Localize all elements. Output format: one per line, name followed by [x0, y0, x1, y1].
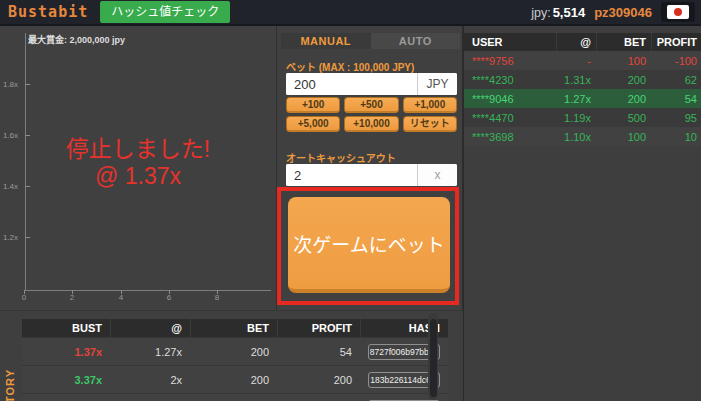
flag-field: [667, 5, 689, 19]
history-tab-label: HISTORY: [4, 369, 16, 401]
history-profit-cell: 54: [277, 338, 360, 365]
game-chart: 最大賞金: 2,000,000 jpy 1.8x1.6x1.4x1.2x0246…: [0, 26, 276, 310]
players-header-cell: USER: [464, 33, 556, 51]
topbar-right: jpy:5,514 pz309046: [531, 2, 695, 22]
chart-x-axis: [25, 290, 271, 291]
player-row: ****42301.31x20062: [464, 70, 701, 89]
players-table-header: USER@BETPROFIT: [464, 33, 701, 51]
player-row: ****36981.10x10010: [464, 127, 701, 146]
history-row: 3.37x2x200200183b226114dc6df: [22, 365, 448, 393]
player-cell: 500: [596, 108, 651, 127]
y-tick-text: 1.8x: [3, 80, 18, 89]
bet-mode-tabs: MANUALAUTO: [281, 33, 460, 49]
history-header-cell: @: [110, 319, 190, 337]
flag-sun: [674, 8, 682, 16]
bet-unit-addon: JPY: [417, 73, 457, 95]
history-table-body: 1.37x1.27x200548727f006b97bb823.37x2x200…: [22, 337, 448, 401]
tab-manual[interactable]: MANUAL: [281, 33, 371, 49]
autocashout-group: x: [286, 164, 457, 186]
history-profit-cell: 200: [277, 366, 360, 393]
history-tab[interactable]: HISTORY: [0, 311, 22, 401]
player-cell: 100: [596, 51, 651, 70]
bust-value: 1.37x: [74, 346, 102, 358]
bet-amount-label: ベット (MAX : 100,000 JPY): [286, 59, 414, 74]
history-bet-cell: 200: [190, 366, 277, 393]
autocashout-input[interactable]: [286, 164, 417, 186]
history-bust-cell: 3.37x: [22, 366, 110, 393]
player-cell: ****4230: [464, 70, 556, 89]
history-bust-cell: 1.37x: [22, 338, 110, 365]
autocashout-unit-addon: x: [417, 164, 457, 186]
x-tick-label: 8: [215, 293, 219, 302]
player-cell: ****9756: [464, 51, 556, 70]
player-cell: ****9046: [464, 89, 556, 108]
history-bet-cell: [190, 394, 277, 401]
player-cell: 54: [651, 89, 701, 108]
x-tick-label: 6: [167, 293, 171, 302]
bet-increment-button[interactable]: +100: [286, 97, 340, 113]
history-row: 1.37x1.27x200548727f006b97bb82: [22, 337, 448, 365]
history-table-header: BUST@BETPROFITHASH: [22, 319, 448, 337]
balance-value: 5,514: [553, 5, 586, 20]
history-scrollbar: [428, 313, 438, 400]
players-header-cell: @: [556, 33, 596, 51]
topbar: Bustabit ハッシュ値チェック jpy:5,514 pz309046: [0, 0, 701, 26]
y-tick-text: 1.2x: [3, 233, 18, 242]
tab-auto[interactable]: AUTO: [371, 33, 461, 49]
x-tick-mark: [121, 290, 122, 294]
bust-value: 3.37x: [74, 374, 102, 386]
place-bet-button[interactable]: 次ゲームにベット: [288, 197, 450, 293]
bet-increment-grid: +100+500+1,000+5,000+10,000リセット: [286, 97, 457, 132]
app-logo[interactable]: Bustabit: [8, 3, 88, 21]
players-panel: USER@BETPROFIT ****9756-100-100****42301…: [463, 26, 701, 401]
players-table-body: ****9756-100-100****42301.31x20062****90…: [464, 51, 701, 146]
balance-label: jpy:: [531, 6, 550, 20]
autocashout-label: オートキャッシュアウト: [286, 150, 396, 165]
player-cell: 1.10x: [556, 127, 596, 146]
player-cell: 200: [596, 70, 651, 89]
y-tick-mark: [25, 237, 30, 238]
crash-message: 停止しました! @ 1.37x: [10, 136, 266, 190]
history-at-cell: 1.27x: [110, 338, 190, 365]
bet-increment-button[interactable]: +500: [344, 97, 398, 113]
history-bust-cell: 5.51x: [22, 394, 110, 401]
bet-amount-input[interactable]: [286, 73, 417, 95]
history-profit-cell: [277, 394, 360, 401]
player-row: ****44701.19x50095: [464, 108, 701, 127]
history-at-cell: [110, 394, 190, 401]
history-scrollbar-thumb[interactable]: [430, 319, 437, 397]
player-cell: 1.19x: [556, 108, 596, 127]
x-tick-mark: [169, 290, 170, 294]
history-row: 5.51x: [22, 393, 448, 401]
x-tick-label: 4: [119, 293, 123, 302]
players-header-cell: PROFIT: [651, 33, 701, 51]
hash-check-button[interactable]: ハッシュ値チェック: [100, 1, 230, 23]
x-tick-label: 2: [70, 293, 74, 302]
players-header-cell: BET: [596, 33, 651, 51]
bet-panel: MANUALAUTO ベット (MAX : 100,000 JPY) JPY +…: [276, 26, 463, 310]
history-header-cell: PROFIT: [277, 319, 360, 337]
player-row: ****9756-100-100: [464, 51, 701, 70]
player-cell: -: [556, 51, 596, 70]
x-tick-mark: [24, 290, 25, 294]
japan-flag-icon[interactable]: [661, 2, 695, 22]
bet-amount-group: JPY: [286, 73, 457, 95]
history-table: BUST@BETPROFITHASH 1.37x1.27x200548727f0…: [22, 319, 448, 401]
balance: jpy:5,514: [531, 3, 585, 21]
bet-increment-button[interactable]: +10,000: [344, 116, 398, 132]
history-header-cell: BUST: [22, 319, 110, 337]
bet-reset-button[interactable]: リセット: [403, 116, 457, 132]
x-tick-mark: [72, 290, 73, 294]
y-tick-mark: [25, 84, 30, 85]
player-cell: 95: [651, 108, 701, 127]
username-link[interactable]: pz309046: [594, 5, 652, 20]
crash-message-line2: @ 1.37x: [10, 163, 266, 190]
bet-increment-button[interactable]: +1,000: [403, 97, 457, 113]
player-cell: 1.27x: [556, 89, 596, 108]
x-tick-mark: [217, 290, 218, 294]
history-at-cell: 2x: [110, 366, 190, 393]
player-cell: 10: [651, 127, 701, 146]
bet-increment-button[interactable]: +5,000: [286, 116, 340, 132]
player-cell: 1.31x: [556, 70, 596, 89]
history-panel: HISTORY BUST@BETPROFITHASH 1.37x1.27x200…: [0, 310, 463, 401]
